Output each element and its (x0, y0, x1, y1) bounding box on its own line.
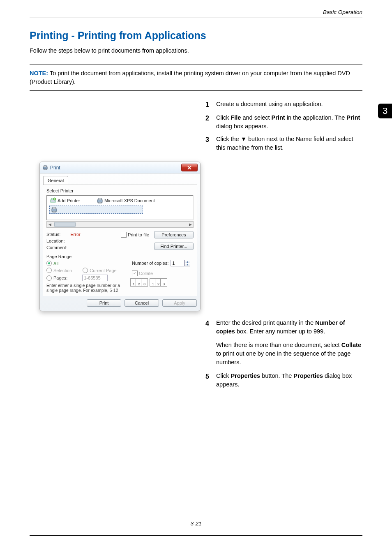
svg-rect-7 (98, 198, 101, 200)
svg-rect-11 (53, 211, 56, 212)
radio-pages[interactable]: Pages: 1-65535 (46, 275, 129, 281)
collate-icon: 123 123 (132, 278, 194, 287)
dialog-titlebar[interactable]: Print (40, 162, 200, 173)
radio-icon (83, 268, 88, 273)
copies-row: Number of copies: 1 ▲▼ (132, 260, 194, 266)
scroll-right-icon[interactable]: ▶ (187, 222, 193, 227)
printer-icon (51, 206, 58, 213)
step-2: 2 Click File and select Print in the app… (205, 113, 362, 131)
pages-hint: Enter either a single page number or a s… (46, 283, 129, 293)
svg-rect-1 (44, 166, 46, 167)
radio-selection[interactable]: Selection (53, 268, 72, 273)
page-title: Printing - Printing from Applications (30, 30, 362, 42)
close-button[interactable] (181, 164, 198, 171)
printer-list-scrollbar[interactable]: ◀ ▶ (46, 221, 194, 228)
step-3: 3 Click the ▼ button next to the Name fi… (205, 135, 362, 152)
scroll-left-icon[interactable]: ◀ (47, 222, 53, 227)
copies-spinner[interactable]: 1 ▲▼ (171, 260, 190, 266)
radio-icon (46, 268, 52, 273)
add-printer-item[interactable]: Add Printer (50, 197, 80, 204)
checkbox-icon (121, 232, 127, 238)
step-number: 5 (205, 372, 216, 389)
svg-rect-0 (43, 167, 47, 169)
spinner-up-icon[interactable]: ▲ (185, 260, 190, 263)
comment-label: Comment: (46, 244, 81, 251)
printer-icon (97, 197, 103, 204)
status-value: Error (70, 232, 80, 237)
radio-all[interactable]: All (46, 261, 129, 266)
apply-button[interactable]: Apply (162, 299, 197, 307)
running-header: Basic Operation (30, 9, 362, 18)
step-text: Create a document using an application. (216, 101, 323, 107)
footer-rule (30, 535, 362, 536)
note-text: To print the document from applications,… (30, 70, 350, 85)
step-number: 4 (205, 319, 216, 336)
add-printer-icon (50, 197, 56, 204)
checkbox-icon: ✓ (132, 271, 138, 276)
scroll-thumb[interactable] (54, 222, 76, 227)
step-number: 2 (205, 113, 216, 131)
pages-field[interactable]: 1-65535 (82, 275, 108, 281)
printer-icon (42, 165, 48, 171)
step-number: 1 (205, 100, 216, 109)
step-number: 3 (205, 135, 216, 152)
note-label: NOTE: (30, 70, 48, 76)
svg-rect-8 (98, 202, 101, 203)
step-5: 5 Click Properties button. The Propertie… (205, 372, 362, 389)
step-text: Click the ▼ button next to the Name fiel… (216, 136, 353, 151)
svg-rect-6 (97, 200, 102, 202)
select-printer-label: Select Printer (46, 188, 194, 193)
find-printer-button[interactable]: Find Printer... (154, 243, 194, 250)
status-label: Status: (46, 232, 60, 237)
note-block: NOTE: To print the document from applica… (30, 65, 362, 91)
copies-field[interactable]: 1 (171, 260, 184, 266)
page-range-label: Page Range (46, 254, 129, 259)
step-4-note: When there is more than one document, se… (216, 341, 362, 367)
header-rule (30, 18, 362, 18)
spinner-down-icon[interactable]: ▼ (185, 263, 190, 266)
dialog-title: Print (50, 165, 181, 171)
print-dialog: Print General Select Printer Add Printer (39, 162, 201, 311)
svg-rect-10 (53, 207, 56, 209)
print-button[interactable]: Print (87, 299, 121, 307)
preferences-button[interactable]: Preferences (154, 231, 194, 238)
step-1: 1 Create a document using an application… (205, 100, 362, 109)
collate-checkbox[interactable]: ✓ Collate (132, 271, 194, 276)
svg-rect-9 (52, 209, 57, 211)
printer-list[interactable]: Add Printer Microsoft XPS Document (46, 195, 194, 220)
xps-printer-item[interactable]: Microsoft XPS Document (97, 197, 155, 204)
tab-strip: General (40, 173, 200, 185)
selected-printer-item[interactable] (49, 206, 143, 214)
intro-text: Follow the steps below to print document… (30, 47, 362, 54)
radio-current-page[interactable]: Current Page (90, 268, 116, 273)
copies-label: Number of copies: (132, 261, 168, 266)
print-to-file-checkbox[interactable]: Print to file Preferences (121, 231, 194, 238)
tab-general[interactable]: General (43, 176, 68, 185)
radio-icon (46, 275, 52, 281)
step-4: 4 Enter the desired print quantity in th… (205, 319, 362, 336)
page-number: 3-21 (0, 520, 392, 527)
svg-rect-2 (44, 169, 46, 170)
radio-icon (46, 261, 52, 266)
location-label: Location: (46, 238, 81, 244)
cancel-button[interactable]: Cancel (125, 299, 159, 307)
